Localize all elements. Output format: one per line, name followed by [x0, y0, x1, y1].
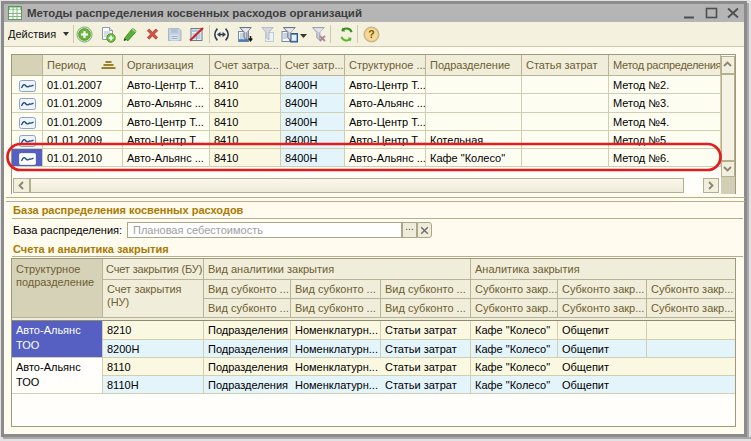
svg-text:?: ?	[368, 28, 374, 40]
